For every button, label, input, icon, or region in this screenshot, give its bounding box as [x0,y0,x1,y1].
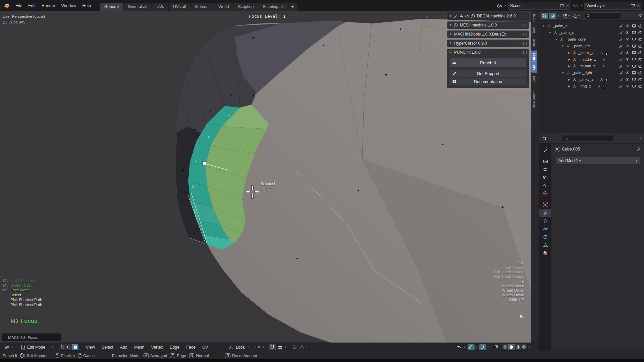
properties-tab-modifiers[interactable] [539,209,551,217]
eye-icon[interactable] [625,44,630,48]
pin-icon[interactable] [637,147,641,152]
viewport-menu-view[interactable]: View [83,344,98,351]
screen-icon[interactable] [632,38,636,41]
chevron-right-icon[interactable] [449,42,452,45]
flag-icon[interactable] [619,58,623,61]
n-panel-tab-item[interactable]: Item [531,12,537,24]
chevron-right-icon[interactable] [449,14,452,18]
new-scene-icon[interactable] [560,3,564,8]
outliner-row-_thumb_z[interactable]: ▶_thumb_z [539,63,644,69]
n-panel-tab-boxcutter[interactable]: BoxCutter [531,89,537,111]
viewport-menu-vertex[interactable]: Vertex [148,344,166,351]
help-icon[interactable]: ? [453,23,458,27]
flag-icon[interactable] [619,44,623,48]
screen-icon[interactable] [632,51,636,55]
eye-icon[interactable] [625,64,630,68]
n-panel-tab-edit[interactable]: Edit [531,73,537,85]
outliner-row-_ring_z[interactable]: ▶_ring_z3 [539,83,644,89]
eye-icon[interactable] [625,38,630,41]
operator-redo-panel[interactable]: › MACHIN3: Focus [2,334,61,341]
outliner-row-_palm_right[interactable]: ▼_palm_right [539,69,644,76]
get-support-button[interactable]: Get Support [449,70,527,77]
orientation-label[interactable]: Local [236,345,246,350]
show-gizmo-button[interactable] [456,344,463,350]
mode-selector[interactable]: Edit Mode ▾ [19,344,55,350]
workspace-tab-general.alt[interactable]: General.alt [123,3,152,11]
disclosure-down-icon[interactable]: ▼ [555,38,558,41]
disclosure-right-icon[interactable]: ▶ [568,85,571,88]
viewport-3d[interactable]: z y User Perspective (Local) (1) Cube.00… [0,11,539,343]
camera-icon[interactable] [638,31,642,35]
screen-icon[interactable] [632,71,636,75]
flag-icon[interactable] [619,51,623,55]
menu-render[interactable]: Render [39,2,58,9]
viewport-menu-add[interactable]: Add [117,344,131,351]
display-mode-dropdown[interactable]: ▾ [563,14,570,18]
disclosure-down-icon[interactable]: ▼ [561,45,565,48]
screen-icon[interactable] [632,31,636,35]
properties-search[interactable] [562,135,614,142]
flag-icon[interactable] [619,84,623,88]
menu-window[interactable]: Window [58,2,79,9]
panel-drag-handle[interactable] [523,33,527,36]
workspace-tab-scripting.alt[interactable]: Scripting.alt [258,3,288,11]
outliner-search[interactable] [584,12,622,19]
help-icon[interactable]: ? [471,14,475,18]
outliner-row-_palm_z[interactable]: ▼_palm_z [539,22,644,29]
n-panel-tab-machin3[interactable]: MACHIN3 [531,51,537,73]
eye-icon[interactable] [625,24,630,27]
flag-icon[interactable] [619,31,623,35]
properties-editor-icon[interactable] [542,136,547,140]
properties-tab-world[interactable] [539,189,551,197]
camera-icon[interactable] [638,24,642,28]
panel-header-machin3tools[interactable]: MACHIN3tools 1.0.0.DeusEx [447,31,529,38]
camera-icon[interactable] [638,38,642,41]
properties-tab-viewlayer[interactable] [539,173,551,181]
outliner-row-_index_z[interactable]: ▶_index_z3 [539,49,644,56]
eye-icon[interactable] [625,58,630,61]
documentation-button[interactable]: iDocumentation [449,78,527,85]
viewport-menu-select[interactable]: Select [98,344,117,351]
outliner-row-_pinky_z[interactable]: ▶_pinky_z3 [539,76,644,83]
properties-tab-output[interactable] [539,165,551,173]
flag-icon[interactable] [619,71,623,75]
outliner-row-_palm_left[interactable]: ▼_palm_left [539,43,644,49]
snap-toggle-button[interactable] [269,344,276,350]
chevron-right-icon[interactable] [449,33,452,36]
properties-tab-tool[interactable] [539,146,551,154]
proportional-falloff-icon[interactable] [299,345,305,349]
viewport-menu-face[interactable]: Face [183,344,199,351]
panel-drag-handle[interactable] [523,24,527,26]
viewport-menu-uv[interactable]: UV [199,344,211,351]
properties-search-input[interactable] [570,136,611,141]
camera-icon[interactable] [638,64,642,68]
outliner-options-chevron-icon[interactable]: ▾ [557,14,559,17]
panel-header-punchit[interactable]: PUNCHit 1.0.0 [447,49,529,56]
rendered-shading-button[interactable] [521,344,527,350]
properties-tab-data[interactable] [539,241,551,249]
proportional-edit-button[interactable] [291,344,298,350]
flag-icon[interactable] [619,38,623,41]
properties-tab-render[interactable] [539,157,551,165]
pivot-point-button[interactable] [254,344,261,350]
screen-icon[interactable] [632,64,636,68]
vertex-select-button[interactable] [59,344,66,350]
punch-it-button[interactable]: Punch It [449,58,527,67]
editor-type-button[interactable]: ▾ [3,344,15,350]
disclosure-right-icon[interactable]: ▶ [568,51,571,54]
screen-icon[interactable] [632,44,636,48]
panel-header-decalmachine[interactable]: ?DECALmachine 2.6.0 [447,12,529,20]
disclosure-right-icon[interactable]: ▶ [568,78,571,81]
outliner-filter-toggle-1[interactable] [541,13,548,19]
face-select-button[interactable] [72,344,78,350]
viewport-menu-mesh[interactable]: Mesh [131,344,148,351]
properties-tab-scene[interactable] [539,181,551,189]
outliner-row-_palm_x[interactable]: ▼_palm_x [539,29,644,36]
decal-icon[interactable] [465,14,469,18]
eye-icon[interactable] [625,84,630,88]
camera-icon[interactable] [638,58,642,61]
show-overlays-button[interactable] [468,344,475,350]
blender-logo-icon[interactable] [3,3,10,8]
outliner-row-_middle_z[interactable]: ▶_middle_z [539,56,644,63]
screen-icon[interactable] [632,24,636,28]
